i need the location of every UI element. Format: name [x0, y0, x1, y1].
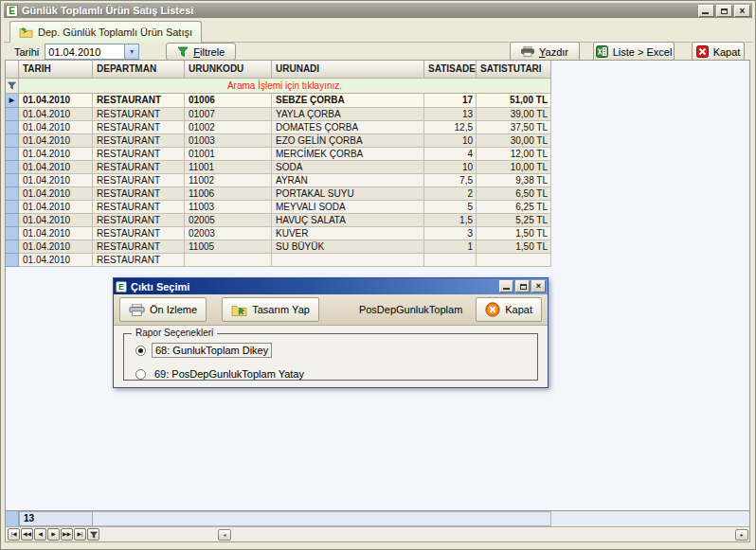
cell-urunkodu[interactable]: 01002	[185, 121, 272, 134]
nav-last-button[interactable]: ▶|	[74, 528, 86, 541]
cell-urunadi[interactable]: HAVUÇ SALATA	[272, 214, 424, 227]
cell-urunkodu[interactable]: 01006	[185, 94, 272, 108]
tab-dep-gunluk-toplam[interactable]: Dep. Günlük Toplamlı Ürün Satışı	[9, 21, 202, 43]
row-selector[interactable]	[6, 187, 19, 201]
cell-tarih[interactable]: 01.04.2010	[19, 148, 93, 161]
cell-urunadi[interactable]: PORTAKAL SUYU	[272, 187, 424, 201]
cell-urunadi[interactable]: YAYLA ÇORBA	[272, 108, 424, 121]
cell-urunkodu[interactable]: 01007	[185, 108, 272, 121]
cell-satisadeti[interactable]: 13	[424, 108, 477, 121]
cell-urunadi[interactable]: SEBZE ÇORBA	[272, 94, 424, 108]
cell-urunadi[interactable]: EZO GELİN ÇORBA	[272, 134, 424, 148]
filter-funnel-cell[interactable]	[6, 79, 19, 94]
cell-urunadi[interactable]: SU BÜYÜK	[272, 240, 424, 254]
nav-prev-page-button[interactable]: ◀◀	[21, 528, 33, 541]
table-row[interactable]: 01.04.2010RESTAURANT11002AYRAN7,59,38 TL	[6, 174, 749, 187]
row-selector[interactable]	[6, 174, 19, 187]
column-header-departman[interactable]: DEPARTMAN	[93, 61, 185, 79]
cell-tarih[interactable]: 01.04.2010	[19, 201, 93, 214]
cell-tarih[interactable]: 01.04.2010	[19, 187, 93, 201]
grid-filter-row[interactable]: Arama İşlemi için tıklayınız.	[6, 79, 749, 94]
cell-departman[interactable]: RESTAURANT	[93, 227, 185, 240]
cell-departman[interactable]: RESTAURANT	[93, 214, 185, 227]
nav-first-button[interactable]: |◀	[8, 528, 20, 541]
table-row[interactable]: 01.04.2010RESTAURANT01007YAYLA ÇORBA1339…	[6, 108, 749, 121]
table-row[interactable]: 01.04.2010RESTAURANT11005SU BÜYÜK11,50 T…	[6, 240, 749, 254]
minimize-button[interactable]	[698, 5, 714, 17]
row-selector[interactable]	[6, 214, 19, 227]
report-option-68[interactable]: 68: GunlukToplam Dikey	[135, 343, 272, 358]
cell-satisadeti[interactable]: 1	[424, 240, 477, 254]
cell-satisadeti[interactable]: 4	[424, 148, 477, 161]
window-titlebar[interactable]: E Günlük Toplamlı Ürün Satış Listesi ×	[4, 3, 752, 18]
cell-departman[interactable]: RESTAURANT	[93, 108, 185, 121]
cell-departman[interactable]: RESTAURANT	[93, 134, 185, 148]
cell-departman[interactable]: RESTAURANT	[93, 254, 185, 267]
cell-tarih[interactable]: 01.04.2010	[19, 174, 93, 187]
cell-urunkodu[interactable]: 11003	[185, 201, 272, 214]
cell-urunadi[interactable]: AYRAN	[272, 174, 424, 187]
row-selector[interactable]	[6, 254, 19, 267]
dialog-close-button[interactable]: ×	[531, 280, 546, 293]
row-selector[interactable]	[6, 227, 19, 240]
cell-satistutari[interactable]: 6,50 TL	[477, 187, 551, 201]
table-row[interactable]: 01.04.2010RESTAURANT02005HAVUÇ SALATA1,5…	[6, 214, 749, 227]
cell-tarih[interactable]: 01.04.2010	[19, 134, 93, 148]
print-button[interactable]: Yazdır	[510, 42, 580, 62]
hscroll-right-arrow[interactable]: ▸	[735, 529, 748, 541]
dialog-minimize-button[interactable]	[499, 280, 513, 293]
cell-tarih[interactable]: 01.04.2010	[19, 227, 93, 240]
table-row[interactable]: 01.04.2010RESTAURANT02003KUVER31,50 TL	[6, 227, 749, 240]
table-row[interactable]: 01.04.2010RESTAURANT01002DOMATES ÇORBA12…	[6, 121, 749, 134]
cell-satistutari[interactable]: 30,00 TL	[477, 134, 551, 148]
cell-satisadeti[interactable]: 1,5	[424, 214, 477, 227]
nav-next-page-button[interactable]: ▶▶	[61, 528, 73, 541]
column-header-satistutari[interactable]: SATISTUTARI	[477, 61, 551, 79]
cell-urunkodu[interactable]: 02005	[185, 214, 272, 227]
cell-satistutari[interactable]: 51,00 TL	[477, 94, 551, 108]
cell-urunkodu[interactable]: 11001	[185, 161, 272, 174]
cell-satisadeti[interactable]: 2	[424, 187, 477, 201]
cell-urunkodu[interactable]	[185, 254, 272, 267]
cell-satisadeti[interactable]: 3	[424, 227, 477, 240]
cell-tarih[interactable]: 01.04.2010	[19, 214, 93, 227]
cell-tarih[interactable]: 01.04.2010	[19, 94, 93, 108]
cell-satisadeti[interactable]: 7,5	[424, 174, 477, 187]
close-form-button[interactable]: Kapat	[692, 42, 745, 62]
current-row-marker[interactable]: ▶	[6, 94, 19, 108]
cell-urunadi[interactable]: MEYVALI SODA	[272, 201, 424, 214]
cell-satisadeti[interactable]: 10	[424, 161, 477, 174]
table-row[interactable]: 01.04.2010RESTAURANT	[6, 254, 749, 267]
nav-prev-button[interactable]: ◀	[34, 528, 46, 541]
cell-satistutari[interactable]: 1,50 TL	[477, 227, 551, 240]
row-selector[interactable]	[6, 148, 19, 161]
design-button[interactable]: Tasarım Yap	[222, 297, 319, 322]
cell-urunadi[interactable]: DOMATES ÇORBA	[272, 121, 424, 134]
row-selector[interactable]	[6, 240, 19, 254]
row-selector[interactable]	[6, 108, 19, 121]
cell-departman[interactable]: RESTAURANT	[93, 187, 185, 201]
row-selector[interactable]	[6, 134, 19, 148]
dialog-titlebar[interactable]: E Çıktı Seçimi ×	[114, 278, 548, 294]
dialog-kapat-button[interactable]: Kapat	[476, 297, 542, 322]
table-row[interactable]: ▶01.04.2010RESTAURANT01006SEBZE ÇORBA175…	[6, 94, 749, 108]
close-window-button[interactable]: ×	[734, 5, 750, 17]
cell-departman[interactable]: RESTAURANT	[93, 148, 185, 161]
cell-satistutari[interactable]: 39,00 TL	[477, 108, 551, 121]
radio-icon[interactable]	[135, 346, 146, 356]
cell-satistutari[interactable]: 1,50 TL	[477, 240, 551, 254]
cell-tarih[interactable]: 01.04.2010	[19, 108, 93, 121]
cell-urunadi[interactable]: MERCİMEK ÇORBA	[272, 148, 424, 161]
cell-tarih[interactable]: 01.04.2010	[19, 161, 93, 174]
hscroll-thumb[interactable]: ◂	[218, 529, 231, 541]
report-option-69[interactable]: 69: PosDepGunlukToplam Yatay	[135, 367, 307, 381]
column-header-satisadeti[interactable]: SATISADETI	[424, 61, 477, 79]
cell-satistutari[interactable]	[477, 254, 551, 267]
cell-satistutari[interactable]: 37,50 TL	[477, 121, 551, 134]
row-selector[interactable]	[6, 161, 19, 174]
filter-button[interactable]: Filtrele	[166, 43, 236, 61]
column-header-tarih[interactable]: TARIH	[19, 61, 93, 79]
row-selector[interactable]	[6, 121, 19, 134]
cell-satisadeti[interactable]	[424, 254, 477, 267]
cell-tarih[interactable]: 01.04.2010	[19, 240, 93, 254]
